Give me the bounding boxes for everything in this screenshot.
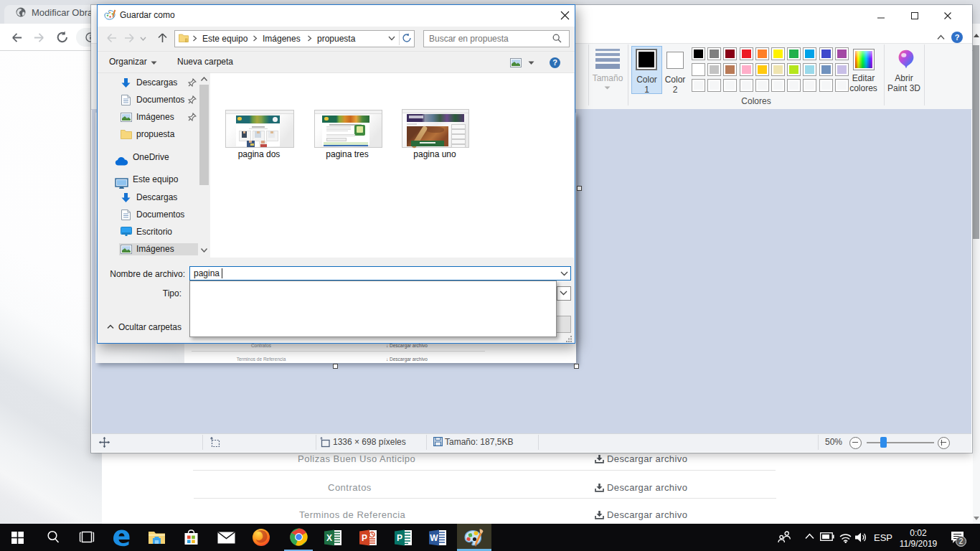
svg-text:P: P [397, 533, 402, 543]
svg-text:W: W [430, 533, 438, 543]
svg-text:P: P [362, 533, 367, 543]
svg-text:X: X [326, 533, 332, 543]
